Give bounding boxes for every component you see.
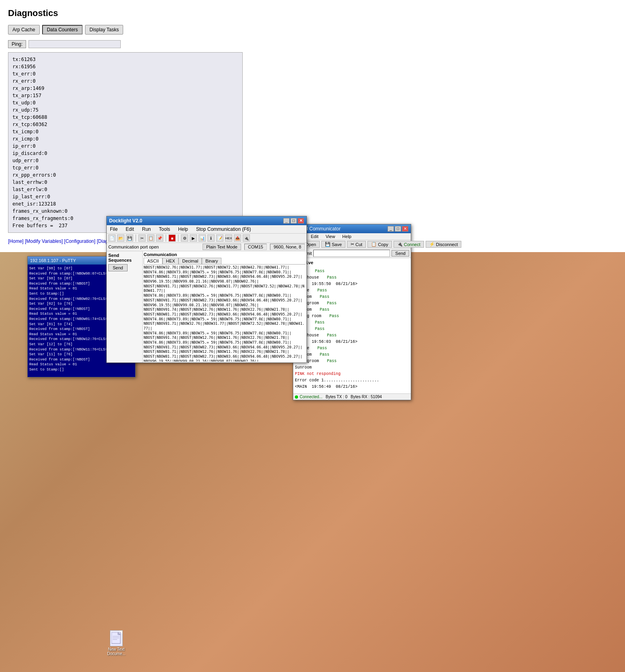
ping-button[interactable]: Ping:	[8, 40, 26, 48]
toolbar-sep-2	[166, 234, 166, 242]
desktop-icon-area: New TextDocume...	[104, 630, 128, 656]
receive-row: Greenhouse Pass	[295, 275, 409, 281]
receive-data-area: Solar Pass Greenhouse Pass <MAIN 19:55:5…	[295, 268, 409, 394]
toolbar-connect-icon[interactable]: 🔌	[243, 234, 250, 242]
toolbar-cut-icon[interactable]: ✂	[138, 234, 146, 242]
toolbar-sep-3	[178, 234, 179, 242]
serial-menu-edit[interactable]: Edit	[309, 234, 320, 239]
header-row-1: <MAIN 19:55:50 08/21/16>	[295, 281, 409, 287]
receive-row: Diningroom Pass	[295, 358, 409, 365]
cut-icon: ✂	[351, 242, 354, 247]
baud-label: 9600, None, 8	[270, 244, 305, 250]
toolbar-save-icon[interactable]: 💾	[126, 234, 133, 242]
cut-button[interactable]: ✂ Cut	[347, 241, 366, 248]
connect-button[interactable]: 🔌 Connect	[394, 241, 424, 248]
comm-title: Communication	[144, 252, 306, 257]
serial-send-button[interactable]: Send	[392, 250, 409, 257]
header-row-3: <MAIN 19:56:49 08/21/16>	[295, 384, 409, 390]
status-diningroom-2: Pass	[327, 358, 337, 365]
toolbar-send-icon[interactable]: 📤	[234, 234, 241, 242]
menu-tools[interactable]: Tools	[157, 226, 172, 232]
send-sequences-panel: Send Sequences Send	[107, 251, 143, 362]
receive-row: Office Pass	[295, 287, 409, 294]
toolbar-hex-icon[interactable]: HEX	[225, 234, 232, 242]
display-tasks-button[interactable]: Display Tasks	[85, 25, 123, 35]
connect-icon: 🔌	[397, 242, 403, 247]
toolbar-stop-icon[interactable]: ■	[168, 234, 176, 242]
serial-statusbar: Connected... Bytes TX : 0 Bytes RX : 510…	[293, 393, 411, 400]
close-button[interactable]: ✕	[298, 218, 304, 224]
copy-button[interactable]: 📋 Copy	[367, 241, 392, 248]
comm-panel: Communication ASCII HEX Decimal Binary N…	[143, 251, 306, 362]
transmit-input[interactable]	[313, 250, 390, 257]
toolbar-chart-icon[interactable]: 📊	[199, 234, 206, 242]
new-text-document-icon[interactable]: New TextDocume...	[104, 630, 128, 656]
send-sequences-title: Send Sequences	[108, 253, 141, 263]
copy-icon: 📋	[371, 242, 377, 247]
receive-row: Solar Pass	[295, 326, 409, 332]
maximize-button[interactable]: □	[290, 218, 297, 224]
disconnect-button[interactable]: ⚡ Disconnect	[426, 241, 461, 248]
serial-restore[interactable]: □	[395, 226, 401, 232]
document-svg	[112, 632, 121, 644]
toolbar-settings-icon[interactable]: ⚙	[181, 234, 188, 242]
header-row-2: <MAIN 19:56:03 08/21/16>	[295, 339, 409, 345]
receive-row: Diningroom Pass	[295, 300, 409, 307]
putty-title: 192.168.1.107 - PuTTY	[30, 258, 76, 263]
status-bedroom-2: Pass	[320, 352, 329, 358]
serial-menu-help[interactable]: Help	[341, 234, 353, 239]
comm-data: NBOST|NBOW32.76||NBOW31.77||NBOST|NBOW72…	[144, 265, 306, 362]
serial-close[interactable]: ✕	[402, 226, 408, 232]
serial-menu-view[interactable]: View	[324, 234, 337, 239]
ping-row: Ping:	[8, 40, 617, 48]
receive-row: Greenhouse Pass	[295, 332, 409, 339]
disconnect-icon: ⚡	[429, 242, 435, 247]
tab-decimal[interactable]: Decimal	[179, 258, 202, 264]
docklight-window: Docklight V2.0 _ □ ✕ File Edit Run Tools…	[106, 216, 307, 363]
pink-error-1: PINK not responding	[295, 371, 409, 377]
svg-marker-1	[118, 632, 120, 635]
serial-content: Transmit Send Receive Solar Pass Greenho…	[293, 249, 411, 393]
receive-row: Bedroom Pass	[295, 294, 409, 300]
status-office: Pass	[317, 287, 327, 294]
serial-window: Serial Communicator _ □ ✕ File Edit View…	[293, 224, 411, 400]
action-buttons: Arp Cache Data Counters Display Tasks	[8, 25, 617, 35]
tab-ascii[interactable]: ASCII	[144, 258, 162, 264]
menu-run[interactable]: Run	[140, 226, 152, 232]
status-bedroom: Pass	[320, 294, 329, 300]
receive-row: Office Pass	[295, 345, 409, 352]
save-button[interactable]: 💾 Save	[321, 241, 345, 248]
minimize-button[interactable]: _	[283, 218, 290, 224]
serial-controls: _ □ ✕	[388, 226, 408, 232]
toolbar-log-icon[interactable]: 📝	[216, 234, 223, 242]
menu-help[interactable]: Help	[177, 226, 190, 232]
toolbar-paste-icon[interactable]: 📌	[156, 234, 163, 242]
text-document-image	[110, 630, 123, 646]
sunroom-label: Sunroom	[295, 365, 409, 371]
menu-stop-comm[interactable]: Stop Communication (F6)	[195, 226, 253, 232]
status-sunroom: Pass	[320, 307, 329, 313]
arp-cache-button[interactable]: Arp Cache	[8, 25, 40, 35]
toolbar-info-icon[interactable]: ℹ	[207, 234, 215, 242]
diagnostics-panel: Diagnostics Arp Cache Data Counters Disp…	[0, 0, 625, 252]
docklight-title: Docklight V2.0	[109, 218, 142, 224]
toolbar-copy-icon[interactable]: 📋	[147, 234, 154, 242]
toolbar-open-icon[interactable]: 📂	[117, 234, 124, 242]
docklight-content: Send Sequences Send Communication ASCII …	[107, 251, 306, 362]
tab-binary[interactable]: Binary	[202, 258, 221, 264]
send-button[interactable]: Send	[108, 264, 128, 271]
data-counters-button[interactable]: Data Counters	[42, 25, 83, 35]
ping-input[interactable]	[28, 40, 121, 48]
toolbar-sep-1	[136, 234, 136, 242]
toolbar-new-icon[interactable]: 📄	[108, 234, 116, 242]
menu-file[interactable]: File	[108, 226, 119, 232]
toolbar-run-icon[interactable]: ▶	[190, 234, 197, 242]
connected-text: Connected...	[300, 395, 323, 399]
plain-text-mode-button[interactable]: Plain Text Mode	[203, 244, 241, 250]
status-attic: Pass	[315, 320, 325, 326]
menu-edit[interactable]: Edit	[124, 226, 136, 232]
serial-minimize[interactable]: _	[388, 226, 394, 232]
serial-toolbar: 📂 Open 💾 Save ✂ Cut 📋 Copy 🔌 Connect ⚡	[293, 240, 411, 249]
comm-port-status: Communication port open	[108, 244, 199, 249]
tab-hex[interactable]: HEX	[162, 258, 179, 264]
